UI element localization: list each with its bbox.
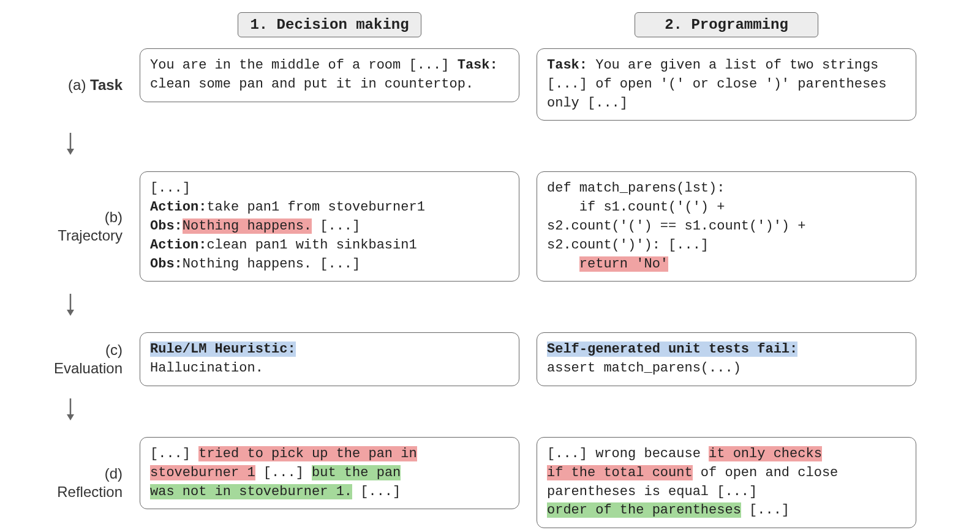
card-dm-evaluation: Rule/LM Heuristic: Hallucination. — [140, 332, 519, 386]
row-label-a: (a) Task — [18, 75, 123, 94]
arrow-c-d — [63, 397, 78, 426]
diagram-grid: 1. Decision making 2. Programming (a) Ta… — [18, 12, 962, 530]
card-pg-task: Task: You are given a list of two string… — [537, 48, 916, 121]
svg-marker-3 — [67, 310, 74, 316]
card-dm-reflection: [...] tried to pick up the pan in stoveb… — [140, 437, 519, 509]
col-header-programming: 2. Programming — [635, 12, 818, 37]
arrow-b-c — [63, 293, 78, 321]
card-dm-task: You are in the middle of a room [...] Ta… — [140, 48, 519, 102]
arrow-a-b — [63, 132, 78, 160]
card-dm-trajectory: [...] Action:take pan1 from stoveburner1… — [140, 171, 519, 282]
card-pg-evaluation: Self-generated unit tests fail: assert m… — [537, 332, 916, 386]
row-label-d: (d) Reflection — [18, 465, 123, 501]
card-pg-reflection: [...] wrong because it only checks if th… — [537, 437, 916, 528]
row-label-c: (c) Evaluation — [18, 342, 123, 377]
svg-marker-1 — [67, 149, 74, 155]
card-pg-trajectory: def match_parens(lst): if s1.count('(') … — [537, 171, 916, 282]
row-label-b: (b) Trajectory — [18, 209, 123, 244]
col-header-decision-making: 1. Decision making — [238, 12, 421, 37]
svg-marker-5 — [67, 414, 74, 420]
